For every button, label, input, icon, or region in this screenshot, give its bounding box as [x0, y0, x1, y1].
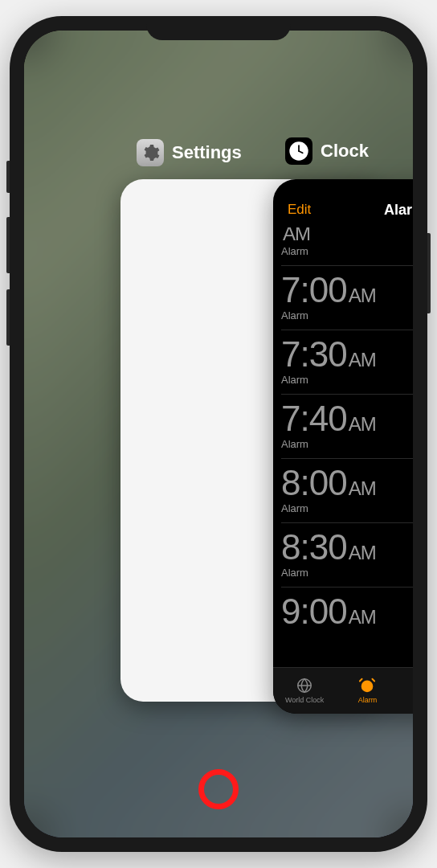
tab-world-clock[interactable]: World Clock: [273, 677, 336, 704]
annotation-circle-icon: [198, 769, 239, 809]
alarm-clock-icon: [358, 677, 376, 694]
alarm-label: Alarm: [281, 502, 413, 514]
clock-face-icon: [288, 140, 310, 162]
volume-down-button[interactable]: [6, 289, 10, 346]
alarm-time: 7:00AM: [281, 272, 413, 308]
alarm-time: 8:00AM: [281, 465, 413, 501]
app-switcher[interactable]: Settings Clock Edit Alarm: [24, 31, 413, 837]
alarm-row[interactable]: AM Alarm: [281, 227, 413, 266]
settings-app-icon: [137, 139, 164, 166]
clock-app-icon: [285, 137, 312, 165]
alarm-label: Alarm: [281, 309, 413, 321]
alarm-time: 7:30AM: [281, 337, 413, 372]
alarm-row[interactable]: 7:40AM Alarm: [281, 395, 413, 459]
volume-up-button[interactable]: [6, 217, 10, 273]
svg-point-4: [361, 680, 374, 692]
alarm-time: 7:40AM: [281, 401, 413, 436]
alarm-time: 9:00AM: [281, 594, 413, 629]
alarm-label: Alarm: [281, 245, 413, 257]
alarm-label: Alarm: [281, 567, 413, 579]
mute-switch[interactable]: [6, 161, 10, 193]
globe-icon: [296, 677, 313, 694]
edit-button[interactable]: Edit: [288, 202, 311, 218]
alarm-time: AM: [281, 227, 413, 244]
home-gesture-annotation: [198, 769, 239, 809]
alarm-screen-title: Alarm: [384, 202, 413, 219]
alarm-list[interactable]: AM Alarm 7:00AM Alarm 7:30AM Alarm 7:40A…: [273, 227, 413, 667]
alarm-row[interactable]: 7:00AM Alarm: [281, 266, 413, 330]
tab-alarm[interactable]: Alarm: [336, 677, 398, 704]
alarm-time: 8:30AM: [281, 530, 413, 565]
tab-label: Alarm: [358, 696, 378, 704]
alarm-row[interactable]: 8:00AM Alarm: [281, 459, 413, 523]
power-button[interactable]: [427, 233, 431, 313]
clock-tab-bar: World Clock Alarm Stopw: [273, 667, 413, 714]
app-switcher-label-clock: Clock: [285, 137, 369, 165]
screen: Settings Clock Edit Alarm: [24, 31, 413, 837]
alarm-label: Alarm: [281, 438, 413, 450]
tab-label: World Clock: [285, 696, 324, 704]
clock-label-text: Clock: [321, 141, 369, 162]
alarm-row[interactable]: 7:30AM Alarm: [281, 330, 413, 395]
app-switcher-label-settings: Settings: [137, 139, 242, 166]
phone-frame: Settings Clock Edit Alarm: [10, 16, 427, 852]
clock-header: Edit Alarm: [273, 179, 413, 227]
settings-label-text: Settings: [172, 142, 242, 163]
gear-icon: [141, 143, 160, 162]
alarm-label: Alarm: [281, 374, 413, 386]
tab-stopwatch[interactable]: Stopw: [399, 677, 413, 704]
alarm-row[interactable]: 9:00AM: [281, 588, 413, 637]
alarm-row[interactable]: 8:30AM Alarm: [281, 523, 413, 588]
clock-app-card[interactable]: Edit Alarm AM Alarm 7:00AM Alarm 7:30AM …: [273, 179, 413, 714]
